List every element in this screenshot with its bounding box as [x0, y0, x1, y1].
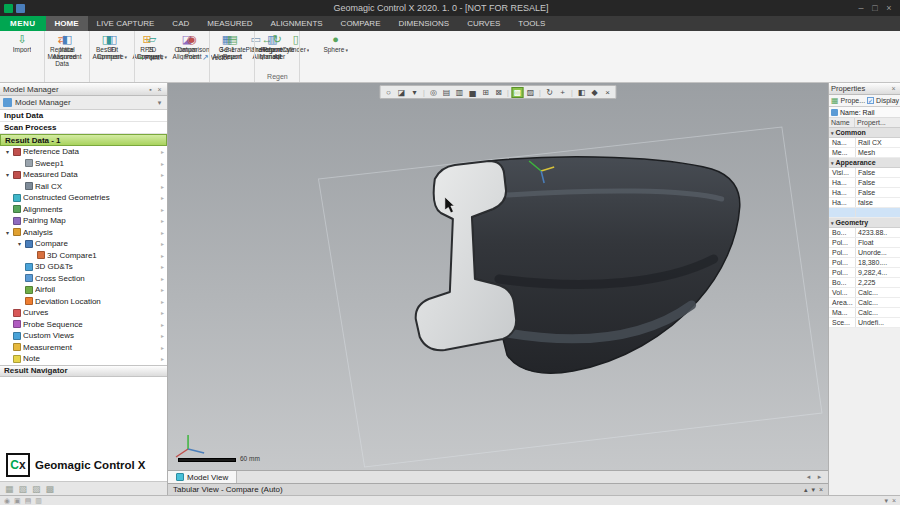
separator[interactable]: | — [570, 87, 575, 98]
tree-item-action-icon[interactable]: ▸ — [161, 148, 164, 155]
result-navigator-header[interactable]: Result Navigator — [0, 365, 167, 377]
tree-item[interactable]: Probe Sequence ▸ — [0, 319, 167, 331]
tree-item[interactable]: Alignments ▸ — [0, 204, 167, 216]
deviation-display-icon[interactable]: ▩ — [512, 87, 524, 98]
tree-item-action-icon[interactable]: ▸ — [161, 160, 164, 167]
tree-item[interactable]: 3D GD&Ts ▸ — [0, 261, 167, 273]
expander-icon[interactable]: ▾ — [16, 240, 23, 247]
tab-compare[interactable]: COMPARE — [332, 16, 390, 31]
filter-icon[interactable]: ▧ — [19, 484, 28, 494]
property-row[interactable]: Ha... False — [829, 178, 900, 188]
3d-scene[interactable] — [168, 83, 828, 470]
expander-icon[interactable]: ▾ — [4, 148, 11, 155]
3d-compare-button[interactable]: ◫ 3D Compare▾ — [92, 32, 132, 83]
expander-icon[interactable]: ▾ — [4, 171, 11, 178]
tree-item-action-icon[interactable]: ▸ — [161, 263, 164, 270]
property-row[interactable]: Vol... Calc... — [829, 288, 900, 298]
tab-dimensions[interactable]: DIMENSIONS — [389, 16, 458, 31]
tree-item-action-icon[interactable]: ▸ — [161, 194, 164, 201]
property-row[interactable]: Pol... Unorde... — [829, 248, 900, 258]
close-icon[interactable]: × — [155, 86, 164, 93]
tree-item-action-icon[interactable]: ▸ — [161, 344, 164, 351]
select-shape-icon[interactable]: ○ — [383, 87, 395, 98]
collapse-icon[interactable]: ▴ — [804, 486, 808, 494]
tree-item-action-icon[interactable]: ▸ — [161, 206, 164, 213]
regenerate-all-button[interactable]: ↻ Regenerate All — [257, 32, 297, 71]
property-section-header[interactable]: ▾ Common — [829, 128, 900, 138]
tree-item-action-icon[interactable]: ▸ — [161, 309, 164, 316]
property-row[interactable]: Area... Calc... — [829, 298, 900, 308]
multi-view-icon[interactable]: ⊠ — [493, 87, 505, 98]
point-button[interactable]: • Point▾ — [137, 32, 199, 83]
separator[interactable]: | — [506, 87, 511, 98]
magnet-icon[interactable]: ◆ — [589, 87, 601, 98]
tree-item[interactable]: Pairing Map ▸ — [0, 215, 167, 227]
3d-viewport[interactable]: ○ ◪ ▾ | ◎ ▤ ▥ ▅ — [168, 83, 828, 470]
tree-item-action-icon[interactable]: ▸ — [161, 252, 164, 259]
tree-item[interactable]: 3D Compare1 ▸ — [0, 250, 167, 262]
separator[interactable]: | — [538, 87, 543, 98]
close-toolbar-icon[interactable]: × — [602, 87, 614, 98]
tree-item[interactable]: Note ▸ — [0, 353, 167, 365]
property-row[interactable]: Ha... false — [829, 198, 900, 208]
tab-model-view[interactable]: Model View — [168, 471, 237, 483]
property-row[interactable]: Pol... 18,380.... — [829, 258, 900, 268]
column-view-icon[interactable]: ▥ — [454, 87, 466, 98]
tree-item[interactable]: ▾ Reference Data ▸ — [0, 146, 167, 158]
tree-item-action-icon[interactable]: ▸ — [161, 229, 164, 236]
tree-item[interactable]: ▾ Analysis ▸ — [0, 227, 167, 239]
tree-item-action-icon[interactable]: ▸ — [161, 355, 164, 362]
tree-item-action-icon[interactable]: ▸ — [161, 217, 164, 224]
tab-live-capture[interactable]: LIVE CAPTURE — [88, 16, 164, 31]
close-panel-icon[interactable]: × — [892, 497, 896, 505]
tree-item[interactable]: ▾ Compare ▸ — [0, 238, 167, 250]
collapse-all-icon[interactable]: ▩ — [46, 484, 55, 494]
tab-measured[interactable]: MEASURED — [198, 16, 261, 31]
tree-item[interactable]: Custom Views ▸ — [0, 330, 167, 342]
tree-item[interactable]: Sweep1 ▸ — [0, 158, 167, 170]
tree-item[interactable]: Deviation Location ▸ — [0, 296, 167, 308]
tree-item-action-icon[interactable]: ▸ — [161, 275, 164, 282]
add-folder-icon[interactable]: ▦ — [5, 484, 14, 494]
section-view-icon[interactable]: ◧ — [576, 87, 588, 98]
property-row[interactable]: Ha... False — [829, 188, 900, 198]
expander-icon[interactable]: ▾ — [4, 229, 11, 236]
close-icon[interactable]: × — [819, 486, 823, 494]
display-mode-icon[interactable]: ◪ — [396, 87, 408, 98]
display-mode-caret-icon[interactable]: ▾ — [409, 87, 421, 98]
tab-properties[interactable]: Prope... — [841, 97, 866, 104]
separator[interactable]: | — [422, 87, 427, 98]
tab-curves[interactable]: CURVES — [458, 16, 509, 31]
list-view-icon[interactable]: ▤ — [441, 87, 453, 98]
property-row[interactable]: Na... Rail CX — [829, 138, 900, 148]
maximize-button[interactable]: □ — [868, 3, 882, 13]
sphere-button[interactable]: ● Sphere▾ — [316, 32, 356, 83]
tab-alignments[interactable]: ALIGNMENTS — [262, 16, 332, 31]
tab-home[interactable]: HOME — [46, 16, 88, 31]
property-section-header[interactable]: ▾ Geometry — [829, 218, 900, 228]
property-row[interactable]: Bo... 2,225 — [829, 278, 900, 288]
view-grid-icon[interactable]: ▤ — [25, 497, 32, 505]
import-button[interactable]: ⇩ Import — [2, 32, 42, 83]
property-row[interactable]: Me... Mesh — [829, 148, 900, 158]
property-row[interactable]: Sce... Undefi... — [829, 318, 900, 328]
tree-item[interactable]: Measurement ▸ — [0, 342, 167, 354]
expand-icon[interactable]: ▾ — [811, 486, 815, 494]
scroll-right-icon[interactable]: ▸ — [815, 473, 824, 481]
tree-item-action-icon[interactable]: ▸ — [161, 332, 164, 339]
pin-icon[interactable]: ▪ — [146, 86, 155, 93]
target-icon[interactable]: ◎ — [428, 87, 440, 98]
save-icon[interactable] — [16, 4, 25, 13]
tree-item-action-icon[interactable]: ▸ — [161, 298, 164, 305]
property-row[interactable]: Ma... Calc... — [829, 308, 900, 318]
tree-item[interactable]: Curves ▸ — [0, 307, 167, 319]
pan-view-icon[interactable]: + — [557, 87, 569, 98]
tree-item-action-icon[interactable]: ▸ — [161, 240, 164, 247]
note-tool-icon[interactable]: ▥ — [35, 497, 42, 505]
tabular-view-bar[interactable]: Tabular View - Compare (Auto) ▴ ▾ × — [168, 483, 828, 495]
property-row[interactable]: Bo... 4233.88.. — [829, 228, 900, 238]
rotate-view-icon[interactable]: ↻ — [544, 87, 556, 98]
minimize-button[interactable]: – — [854, 3, 868, 13]
property-row[interactable]: Visi... False — [829, 168, 900, 178]
snapshot-icon[interactable]: ▣ — [14, 497, 21, 505]
